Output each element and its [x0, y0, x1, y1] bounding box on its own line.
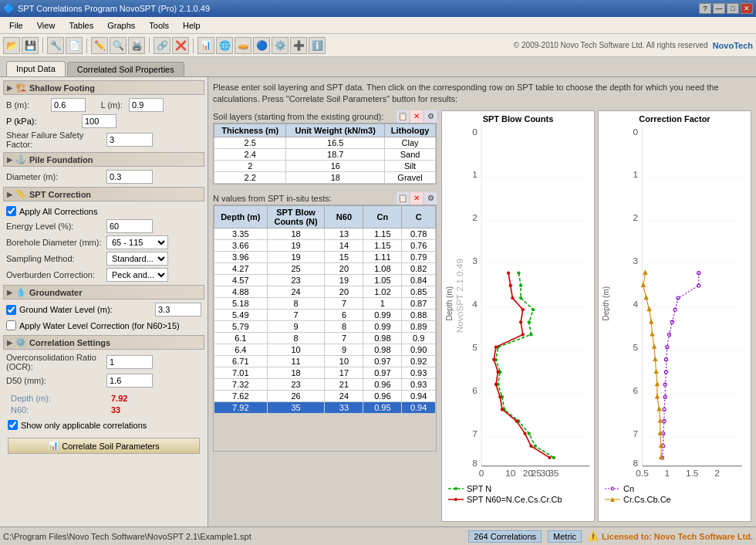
table-row[interactable]: 5.49760.990.88 [214, 309, 436, 320]
table-row[interactable]: 5.79980.990.89 [214, 320, 436, 332]
close-btn[interactable]: ✕ [741, 3, 753, 14]
soil-layer-delete-icon[interactable]: ✕ [410, 110, 423, 123]
soil-layer-add-icon[interactable]: 📋 [397, 110, 409, 123]
table-row[interactable]: 5.188710.87 [214, 297, 436, 309]
l-input[interactable] [129, 98, 164, 112]
menu-help[interactable]: Help [177, 19, 207, 32]
tb-bar-chart[interactable]: 📊 [197, 37, 214, 54]
spt-settings-icon[interactable]: ⚙ [424, 192, 437, 205]
table-row[interactable]: 3.6619141.150.76 [214, 239, 436, 251]
apply-all-checkbox[interactable] [6, 206, 16, 216]
svg-text:10: 10 [505, 467, 516, 478]
maximize-btn[interactable]: □ [727, 3, 739, 14]
spt-table-wrapper: Depth (m) SPT Blow Counts (N) N60 Cn C 3… [213, 205, 437, 452]
borehole-select[interactable]: 65 - 115 115 - 150 150+ [106, 235, 168, 249]
table-row[interactable]: 2.516.5Clay [214, 137, 436, 148]
menu-tools[interactable]: Tools [143, 19, 175, 32]
chart2-y-axis-label: Depth (m) [602, 125, 610, 482]
tb-print[interactable]: 🖨️ [128, 37, 145, 54]
table-row[interactable]: 7.3223210.960.93 [214, 378, 436, 390]
tb-save[interactable]: 💾 [22, 37, 39, 54]
spt-correction-header[interactable]: ▶ 📏 SPT Correction [3, 187, 204, 201]
tb-sep4 [193, 38, 194, 53]
tb-sep1 [42, 38, 43, 53]
correction-factor-chart: Correction Factor Depth (m) 0.5 [598, 110, 751, 522]
chart1-svg: 0 10 20 25 30 35 0 1 2 3 [455, 125, 591, 482]
spt-delete-icon[interactable]: ✕ [410, 192, 423, 205]
tb-delete[interactable]: ❌ [172, 37, 189, 54]
correlate-btn-icon: 📊 [48, 441, 59, 451]
tb-filter[interactable]: 🔍 [110, 37, 127, 54]
table-row[interactable]: 3.9619151.110.79 [214, 251, 436, 262]
minimize-btn[interactable]: — [713, 3, 725, 14]
tb-edit[interactable]: ✏️ [91, 37, 108, 54]
tab-correlated-properties[interactable]: Correlated Soil Properties [67, 62, 184, 76]
menu-view[interactable]: View [31, 19, 62, 32]
tb-open[interactable]: 📂 [3, 37, 20, 54]
b-input[interactable] [51, 98, 86, 112]
diameter-input[interactable] [106, 170, 153, 184]
table-row[interactable]: 216Silt [214, 160, 436, 171]
spt-icon: 📏 [15, 189, 26, 199]
tb-new[interactable]: 📄 [66, 37, 83, 54]
soil-layer-settings-icon[interactable]: ⚙ [424, 110, 437, 123]
license-text: Licensed to: Novo Tech Software Ltd. [602, 532, 753, 541]
tb-info[interactable]: ℹ️ [309, 37, 326, 54]
menu-graphs[interactable]: Graphs [101, 19, 141, 32]
table-row[interactable]: 4.2725201.080.82 [214, 262, 436, 274]
legend-spt-n60: SPT N60=N.Ce.Cs.Cr.Cb [448, 495, 588, 504]
collapse-icon: ▶ [7, 84, 12, 92]
sampling-select[interactable]: Standard... Other [106, 252, 168, 266]
energy-input[interactable] [106, 219, 153, 233]
tb-globe[interactable]: 🔵 [253, 37, 270, 54]
tb-link[interactable]: 🔗 [154, 37, 170, 54]
chart2-title: Correction Factor [602, 114, 748, 124]
tab-input-data[interactable]: Input Data [6, 61, 66, 76]
tb-tools[interactable]: 🔧 [47, 37, 64, 54]
gwl-checkbox[interactable] [6, 305, 16, 315]
menu-tables[interactable]: Tables [62, 19, 100, 32]
gwl-input[interactable] [155, 303, 201, 317]
title-area: 🔷 SPT Correlations Program NovoSPT (Pro)… [3, 3, 210, 14]
show-applicable-checkbox[interactable] [8, 420, 18, 430]
table-row[interactable]: 7.0118170.970.93 [214, 367, 436, 378]
cs-collapse-icon: ▶ [7, 339, 12, 347]
spt-add-icon[interactable]: 📋 [397, 192, 409, 205]
p-input[interactable] [82, 114, 116, 128]
shallow-footing-content: B (m): L (m): P (kPa): Shear Failure Saf… [3, 98, 204, 149]
table-row[interactable]: 6.1870.980.9 [214, 332, 436, 344]
table-row[interactable]: 2.418.7Sand [214, 148, 436, 160]
tb-settings[interactable]: ⚙️ [272, 37, 289, 54]
table-row[interactable]: 2.218Gravel [214, 171, 436, 183]
correlate-button[interactable]: 📊 Correlate Soil Parameters [8, 438, 200, 454]
water-correction-checkbox[interactable] [6, 320, 16, 330]
table-row[interactable]: 6.7111100.970.92 [214, 355, 436, 367]
table-row[interactable]: 7.6226240.960.94 [214, 390, 436, 401]
ocr-input[interactable] [106, 355, 153, 369]
chart2-svg-container: 0.5 1 1.5 2 0 1 2 3 4 5 [612, 125, 748, 482]
table-row[interactable]: 6.41090.980.90 [214, 344, 436, 355]
groundwater-header[interactable]: ▶ 💧 Groundwater [3, 285, 204, 300]
svg-point-52 [515, 419, 518, 422]
table-row[interactable]: 3.3518131.150.78 [214, 228, 436, 239]
svg-point-40 [507, 271, 510, 274]
shallow-footing-header[interactable]: ▶ 🏗️ Shallow Footing [3, 80, 204, 95]
d50-input[interactable] [106, 374, 153, 388]
table-row[interactable]: 4.5723191.050.84 [214, 274, 436, 286]
table-row[interactable]: 4.8824201.020.85 [214, 286, 436, 297]
tb-map[interactable]: 🌐 [216, 37, 233, 54]
groundwater-content: Ground Water Level (m): Apply Water Leve… [3, 303, 204, 332]
svg-text:8: 8 [472, 457, 478, 468]
svg-point-28 [528, 320, 531, 323]
soil-layers-table-wrapper: Thickness (m) Unit Weight (kN/m3) Lithol… [213, 123, 437, 184]
overburden-select[interactable]: Peck and... Other [106, 268, 168, 282]
tb-add[interactable]: ➕ [290, 37, 307, 54]
shear-input[interactable] [106, 133, 153, 147]
menu-file[interactable]: File [3, 19, 29, 32]
svg-marker-111 [658, 418, 663, 422]
correlation-settings-header[interactable]: ▶ ⚙️ Correlation Settings [3, 335, 204, 350]
tb-pie[interactable]: 🥧 [235, 37, 251, 54]
pile-foundation-header[interactable]: ▶ ⚓ Pile Foundation [3, 152, 204, 167]
table-row[interactable]: 7.9235330.950.94 [214, 401, 436, 413]
help-btn[interactable]: ? [699, 3, 711, 14]
